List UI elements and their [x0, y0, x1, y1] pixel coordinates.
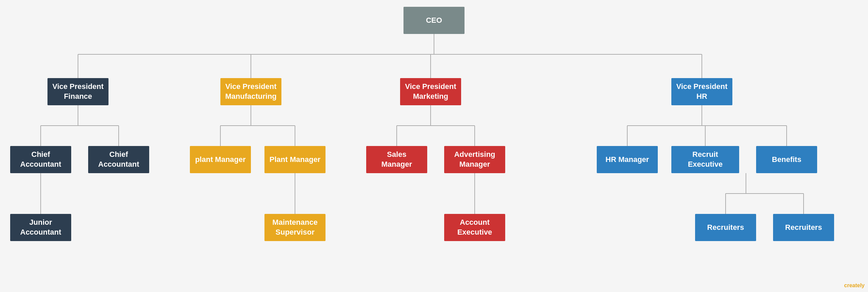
maintenance-supervisor-label: MaintenanceSupervisor	[272, 218, 317, 237]
advertising-manager-label: AdvertisingManager	[454, 150, 495, 169]
vp-finance-node: Vice PresidentFinance	[47, 78, 108, 105]
recruiters-2-node: Recruiters	[773, 214, 834, 241]
plant-manager-label: Plant Manager	[270, 155, 320, 165]
benefits-node: Benefits	[756, 146, 817, 173]
advertising-manager-node: AdvertisingManager	[444, 146, 505, 173]
vp-mfg-label: Vice PresidentManufacturing	[225, 82, 277, 101]
recruiters-1-label: Recruiters	[707, 223, 744, 233]
watermark: creately	[844, 282, 865, 289]
recruiters-2-label: Recruiters	[785, 223, 822, 233]
junior-accountant-label: JuniorAccountant	[20, 218, 61, 237]
vp-mktg-node: Vice PresidentMarketing	[400, 78, 461, 105]
ceo-node: CEO	[403, 7, 465, 34]
vp-finance-label: Vice PresidentFinance	[52, 82, 103, 101]
plant-manager-yellow-label: plant Manager	[195, 155, 245, 165]
recruiters-1-node: Recruiters	[695, 214, 756, 241]
chief-accountant-2-label: Chief Accountant	[93, 150, 144, 169]
watermark-label: creately	[844, 282, 865, 288]
plant-manager-yellow-node: plant Manager	[190, 146, 251, 173]
sales-manager-node: SalesManager	[366, 146, 427, 173]
maintenance-supervisor-node: MaintenanceSupervisor	[264, 214, 326, 241]
vp-mktg-label: Vice PresidentMarketing	[405, 82, 456, 101]
junior-accountant-node: JuniorAccountant	[10, 214, 71, 241]
vp-mfg-node: Vice PresidentManufacturing	[220, 78, 281, 105]
chief-accountant-2-node: Chief Accountant	[88, 146, 149, 173]
org-chart: CEO Vice PresidentFinance Vice President…	[0, 0, 868, 292]
recruit-executive-label: Recruit Executive	[676, 150, 734, 169]
sales-manager-label: SalesManager	[381, 150, 412, 169]
benefits-label: Benefits	[772, 155, 802, 165]
account-executive-node: Account Executive	[444, 214, 505, 241]
plant-manager-node: Plant Manager	[264, 146, 326, 173]
chief-accountant-1-label: Chief Accountant	[15, 150, 66, 169]
recruit-executive-node: Recruit Executive	[671, 146, 739, 173]
chief-accountant-1-node: Chief Accountant	[10, 146, 71, 173]
vp-hr-node: Vice PresidentHR	[671, 78, 732, 105]
hr-manager-node: HR Manager	[597, 146, 658, 173]
vp-hr-label: Vice PresidentHR	[676, 82, 727, 101]
account-executive-label: Account Executive	[449, 218, 500, 237]
hr-manager-label: HR Manager	[606, 155, 649, 165]
ceo-label: CEO	[426, 16, 442, 25]
